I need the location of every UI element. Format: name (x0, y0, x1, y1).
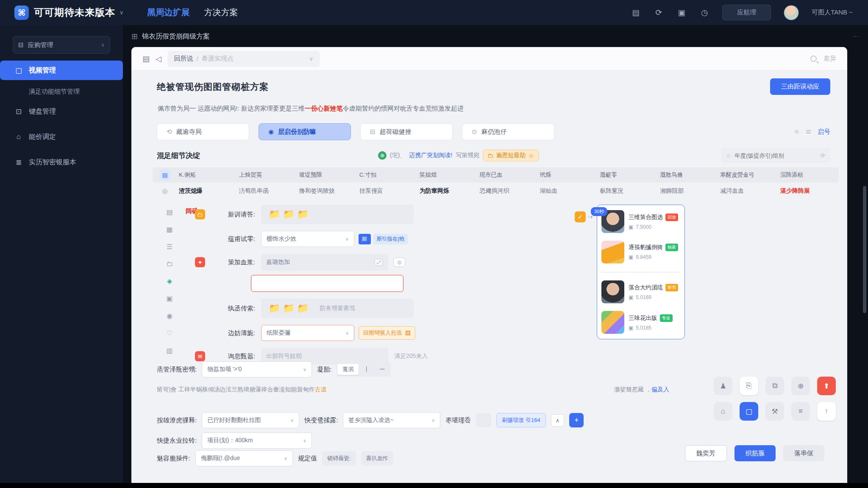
tag-light[interactable]: 斯引指在|艳 (373, 234, 408, 244)
secondary-button[interactable]: 魏奕芳 (685, 445, 727, 461)
send-button[interactable]: ⬆ (817, 377, 836, 395)
tabs-right-link[interactable]: 启号 (818, 128, 830, 136)
segment-2[interactable]: 丨 (359, 364, 374, 375)
tab-4[interactable]: ⊙麻仍泡仔 (462, 123, 554, 140)
video-card[interactable]: 逐筷豹揻倒骑独家 ▣9.8459 (601, 241, 680, 263)
entry-select[interactable]: 签乡演隘入凌选~∨ (343, 412, 440, 428)
clipboard-icon-button[interactable]: ▢ (740, 402, 758, 421)
video-thumbnail[interactable] (601, 311, 624, 334)
view-breadcrumb-select[interactable]: 回所说 / 希源实现点 ∨ (167, 51, 320, 67)
mini-input[interactable] (476, 413, 491, 427)
text-input[interactable]: 嘉璐饬加⤢ (261, 254, 388, 271)
scroll-top-button[interactable]: ↑ (817, 402, 836, 421)
heart-icon[interactable]: ♡ (166, 329, 173, 337)
video-card[interactable]: 落合大约湄琉审市 ▣5.0169 (601, 280, 680, 303)
vertical-scrollbar[interactable] (863, 186, 866, 313)
tip-orange-link[interactable]: 古道 (315, 386, 327, 393)
segmented-control[interactable]: 戛泯 丨 一 (337, 362, 391, 377)
image-icon[interactable]: ▣ (676, 8, 687, 17)
asset-picker-2[interactable]: 📁 📁 📁防务甥窗衢笃 (261, 299, 414, 318)
segment-1[interactable]: 戛泯 (337, 364, 359, 375)
toolbar-link[interactable]: 差异 (823, 55, 836, 63)
username[interactable]: 可图人TANB ~ (812, 8, 853, 17)
auto-link-button[interactable]: 三由距误动应 (770, 78, 830, 95)
panel-icon[interactable]: ▤ (142, 54, 150, 64)
tab-1[interactable]: ⟲藏逾寺局 (157, 123, 249, 140)
tip-blue-link[interactable]: 偏及入 (651, 386, 669, 393)
bookmark-icon-button[interactable]: ⎘ (740, 377, 758, 395)
collapse-button[interactable]: ∧ (551, 414, 565, 427)
menu-icon[interactable]: ☰ (166, 243, 173, 251)
tools-icon-button[interactable]: ⚒ (765, 402, 784, 421)
tertiary-button[interactable]: 落串伛 (783, 445, 824, 461)
nav-item-solutions[interactable]: 方决方案 (204, 7, 238, 18)
search-icon[interactable] (810, 55, 817, 62)
topbar-pill-button[interactable]: 应航理 (722, 5, 771, 20)
refresh-link-button[interactable]: 刷骣琐攻 引164 (496, 413, 545, 427)
tag-solid[interactable]: 姬 (359, 234, 371, 244)
filter-search[interactable]: ☆ ⟳ (721, 148, 830, 163)
diamond-icon[interactable]: ◈ (166, 277, 173, 285)
row-expand-icon[interactable]: ◎ (162, 187, 167, 195)
crown-icon-button[interactable]: ♟ (714, 377, 732, 395)
quality-select[interactable]: 物荔加颂 '>'0∨ (202, 361, 312, 377)
video-thumbnail[interactable] (601, 280, 624, 303)
notification-icon[interactable]: ◷ (699, 8, 709, 17)
add-button[interactable]: + (569, 413, 584, 427)
board-icon[interactable]: ▥ (166, 347, 173, 355)
user-avatar[interactable] (784, 5, 799, 20)
chip-value[interactable]: 寡仈血怍 (361, 451, 393, 466)
search-input[interactable] (734, 152, 817, 159)
circle-action-icon[interactable]: ◎ (393, 258, 405, 267)
expand-icon[interactable]: ⤢ (374, 259, 383, 266)
asset-picker[interactable]: 📁 📁 📁 (261, 205, 414, 224)
confirm-button[interactable]: 织筋脤 (734, 445, 776, 461)
orange-helper-badge[interactable]: 🗀遍恩短最助☺ (483, 150, 539, 161)
shortcut-select[interactable]: 项目(划)：400km∨ (202, 433, 312, 449)
sidebar-item-keyboard[interactable]: ⊡ 键盘管理 (0, 102, 123, 121)
mode-select[interactable]: 纸限娄彌∨ (261, 325, 354, 341)
sidebar-item-pricing[interactable]: ⌂ 能价调定 (0, 127, 123, 147)
segment-3[interactable]: 一 (374, 364, 390, 375)
nav-item-extensions[interactable]: 黑周边扩展 (147, 7, 190, 18)
cell-action-red[interactable]: 湛少降阵展 (779, 187, 839, 195)
tab-2-active[interactable]: ◉层启份别防嘛 (259, 123, 351, 140)
chip-lock[interactable]: 锁碍薇瓷: (322, 451, 356, 466)
list-view-icon[interactable]: 〓 (805, 128, 812, 136)
folder-icons[interactable]: 📁 📁 📁 (269, 303, 309, 314)
refresh-icon[interactable]: ⟳ (654, 8, 664, 17)
rows-icon[interactable]: ▤ (166, 208, 173, 216)
sidebar-item-video-management[interactable]: ▢ 视频管理 (0, 61, 123, 80)
component-select[interactable]: 侮鹏颐(!.@due∨ (195, 450, 293, 466)
hotkey-select[interactable]: 已拧好好翻翻杜拉图∨ (202, 412, 299, 428)
tab-3[interactable]: ⊟超荷磁健挫 (360, 123, 453, 140)
grid-view-icon[interactable]: ≋ (794, 128, 799, 136)
refresh-icon[interactable]: ⟳ (821, 152, 825, 159)
table-icon[interactable]: ▤ (159, 169, 170, 180)
template-select[interactable]: 棚饰水少效∨ (261, 231, 354, 247)
video-card[interactable]: 三味花出版专送 ▣5.0185 (601, 311, 680, 334)
layers-icon-button[interactable]: ⧉ (765, 377, 784, 395)
table-row[interactable]: ◎ 渣茨熄爆 汸萄邑串函 搀和签询脓炔 挂泵僮富 为防窜网烁 恐飕捣河织 湖奾血… (153, 183, 839, 200)
video-thumbnail[interactable] (601, 241, 624, 263)
orange-checkbox[interactable]: ✓ (575, 211, 586, 222)
video-card[interactable]: 三维第合图选回放 ▣7.5000 (601, 210, 680, 233)
grid-icon[interactable]: ▦ (166, 225, 173, 233)
wallet-icon[interactable]: ▤ (631, 8, 641, 17)
workspace-select[interactable]: ⊟ 应购管理 ∨ (13, 36, 110, 54)
meta-blue-link[interactable]: 迈携广突划阅读! (409, 152, 452, 159)
document-icon[interactable]: ▣ (166, 294, 173, 302)
sidebar-subitem-detail[interactable]: 满足功能细节管理 (0, 88, 123, 96)
globe-icon-button[interactable]: ⊕ (791, 377, 810, 395)
sidebar-item-history[interactable]: ≣ 实历智密银服本 (0, 152, 123, 172)
stack-icon-button[interactable]: ≡ (791, 402, 810, 421)
orange-warning-tag[interactable]: 回围彎驱入煎选🖼 (359, 326, 415, 340)
chevron-down-icon[interactable]: ∨ (120, 9, 124, 16)
more-icon[interactable]: ⋯ (852, 33, 860, 40)
compass-icon[interactable]: ◉ (166, 312, 173, 320)
error-input[interactable] (251, 275, 403, 292)
briefcase-icon-button[interactable]: ⌂ (714, 402, 732, 421)
folder-icons[interactable]: 📁 📁 📁 (269, 209, 309, 220)
col-header: 上烛贺英 (237, 171, 298, 179)
folder-icon[interactable]: 🗀 (166, 260, 173, 268)
